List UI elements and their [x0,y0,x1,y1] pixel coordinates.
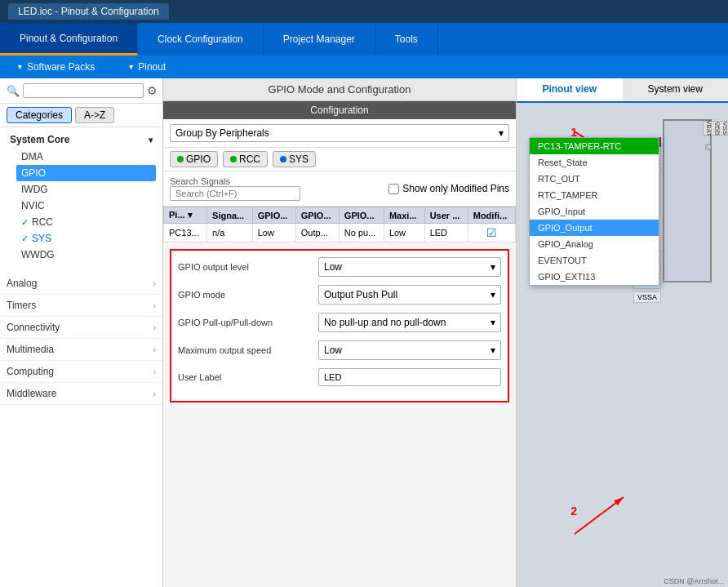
tab-project[interactable]: Project Manager [264,23,375,56]
col-gpio2[interactable]: GPIO... [295,207,339,224]
chevron-right-icon: › [153,367,156,376]
dropdown-item-reset[interactable]: Reset_State [530,154,659,171]
col-max[interactable]: Maxi... [384,207,424,224]
tab-tools[interactable]: Tools [375,23,438,56]
cell-signal: n/a [207,224,253,242]
chevron-right-icon: › [153,301,156,310]
gpio-dropdown-popup: PC13-TAMPER-RTC Reset_State RTC_OUT RTC_… [529,137,659,286]
chevron-down-icon: ▾ [149,136,153,145]
form-row-gpio-mode: GPIO mode Output Push Pull ▾ [178,285,501,305]
sidebar-content: System Core ▾ DMA GPIO ← 3 IWDG [0,127,162,587]
sidebar-item-timers[interactable]: Timers › [0,295,162,317]
form-row-pullup: GPIO Pull-up/Pull-down No pull-up and no… [178,313,501,332]
sidebar-tab-row: Categories A->Z [0,104,162,127]
tab-pinout-view[interactable]: Pinout view [517,78,623,101]
pin-dot [705,144,712,150]
sidebar-item-nvic[interactable]: NVIC [16,198,156,214]
cell-user: LED [424,224,468,242]
secondary-nav-pinout[interactable]: Pinout [127,61,166,73]
vss-label: VSS [719,121,728,136]
select-gpio-pullup[interactable]: No pull-up and no pull-down ▾ [318,313,501,332]
sidebar-item-computing[interactable]: Computing › [0,361,162,383]
dropdown-item-rtc-tamper[interactable]: RTC_TAMPER [530,187,659,203]
col-pin[interactable]: Pi... ▾ [164,207,207,224]
dropdown-item-pc13[interactable]: PC13-TAMPER-RTC [530,138,659,154]
tab-pinout[interactable]: Pinout & Configuration [0,23,138,56]
cell-modified: ☑ [468,224,515,242]
dropdown-item-gpio-input[interactable]: GPIO_Input [530,203,659,220]
col-modified[interactable]: Modifi... [468,207,515,224]
dropdown-item-rtc-out[interactable]: RTC_OUT [530,171,659,187]
chevron-down-icon: ▾ [491,289,495,300]
title-bar: LED.ioc - Pinout & Configuration [0,0,728,23]
cell-gpio2: Outp... [295,224,339,242]
select-gpio-mode[interactable]: Output Push Pull ▾ [318,285,501,305]
sidebar-item-gpio[interactable]: GPIO ← 3 [16,165,156,181]
signals-table: Pi... ▾ Signa... GPIO... GPIO... GPIO...… [163,207,516,242]
chevron-down-icon: ▾ [491,345,495,356]
dropdown-item-gpio-analog[interactable]: GPIO_Analog [530,236,659,252]
system-core-header[interactable]: System Core ▾ [7,131,156,149]
tab-system-view[interactable]: System view [623,78,729,101]
top-nav: Pinout & Configuration Clock Configurati… [0,23,728,56]
tab-az[interactable]: A->Z [75,107,114,123]
search-signals-label: Search Signals [170,176,300,186]
title-text: LED.ioc - Pinout & Configuration [8,3,169,20]
col-user[interactable]: User ... [424,207,468,224]
col-gpio3[interactable]: GPIO... [339,207,384,224]
sidebar-item-multimedia[interactable]: Multimedia › [0,339,162,361]
select-max-speed[interactable]: Low ▾ [318,340,501,360]
vssa-label: VSSA [633,291,661,303]
gpio-dot [177,156,184,162]
dropdown-item-gpio-exti13[interactable]: GPIO_EXTI13 [530,269,659,285]
select-gpio-output-level[interactable]: Low ▾ [318,257,501,277]
sidebar-item-iwdg[interactable]: IWDG [16,181,156,198]
dropdown-item-eventout[interactable]: EVENTOUT [530,252,659,269]
tab-categories[interactable]: Categories [7,107,72,123]
dropdown-item-gpio-output[interactable]: GPIO_Output [530,220,659,236]
sidebar-item-sys[interactable]: SYS [16,230,156,247]
center-panel: GPIO Mode and Configuration Configuratio… [163,78,516,587]
chevron-right-icon: › [153,389,156,398]
filter-sys[interactable]: SYS [273,151,316,167]
sidebar-item-middleware[interactable]: Middleware › [0,383,162,405]
group-by-select[interactable]: Group By Peripherals ▾ [170,124,509,142]
secondary-nav-software-packs[interactable]: Software Packs [16,61,95,73]
form-row-output-level: GPIO output level Low ▾ [178,257,501,277]
sidebar-item-connectivity[interactable]: Connectivity › [0,317,162,339]
col-gpio1[interactable]: GPIO... [252,207,295,224]
table-row[interactable]: PC13... n/a Low Outp... No pu... Low LED… [164,224,516,242]
col-signal[interactable]: Signa... [207,207,253,224]
gear-icon[interactable]: ⚙ [147,84,158,97]
system-core-items: DMA GPIO ← 3 IWDG NVIC RCC [7,149,156,263]
chevron-down-icon: ▾ [491,261,495,273]
chevron-right-icon: › [153,345,156,354]
signals-table-wrap: Pi... ▾ Signa... GPIO... GPIO... GPIO...… [163,207,516,242]
show-modified-checkbox[interactable] [388,184,399,194]
watermark: CSDN @Arrshot... [664,577,724,585]
rcc-dot [230,156,237,162]
sidebar-item-wwdg[interactable]: WWDG [16,247,156,263]
label-max-speed: Maximum output speed [178,345,309,355]
sidebar-item-rcc[interactable]: RCC [16,214,156,230]
chevron-right-icon: › [153,279,156,288]
chip-body [663,119,712,282]
config-form: GPIO output level Low ▾ GPIO mode Output… [170,249,509,402]
search-signals-input[interactable] [170,186,300,201]
input-user-label[interactable] [318,368,501,386]
sidebar-item-analog[interactable]: Analog › [0,273,162,295]
chevron-right-icon: › [153,323,156,332]
cell-gpio1: Low [252,224,295,242]
annotation-arrow-2 [575,489,640,538]
search-input[interactable] [23,83,144,98]
search-signals-row: Search Signals Show only Modified Pins [163,171,516,207]
tab-clock[interactable]: Clock Configuration [138,23,264,56]
search-icon: 🔍 [7,85,20,97]
sidebar-item-dma[interactable]: DMA [16,149,156,165]
filter-rcc[interactable]: RCC [223,151,268,167]
svg-line-3 [575,497,624,534]
annotation-2: 2 [570,505,577,518]
filter-gpio[interactable]: GPIO [170,151,218,167]
cell-max: Low [384,224,424,242]
right-panel: Pinout view System view VBAT VDD VSS [516,78,728,587]
